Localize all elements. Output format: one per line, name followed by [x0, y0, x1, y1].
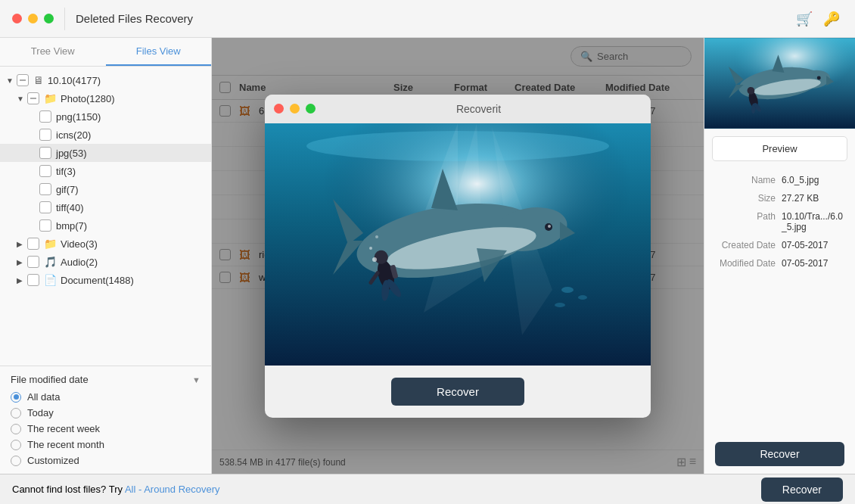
shark-svg: [265, 123, 651, 366]
modal-controls: [274, 104, 316, 114]
tree-checkbox-jpg[interactable]: [39, 147, 51, 159]
modal-window: Recoverit: [265, 95, 651, 418]
info-label-created: Created Date: [715, 240, 776, 250]
svg-point-15: [548, 225, 551, 228]
filter-title-row[interactable]: File modified date ▼: [11, 374, 201, 385]
info-label-path: Path: [715, 211, 776, 222]
filter-recent-week[interactable]: The recent week: [11, 423, 201, 434]
filter-all-data[interactable]: All data: [11, 391, 201, 403]
folder-icon: 📁: [44, 238, 57, 250]
tree-checkbox-gif[interactable]: [39, 183, 51, 195]
expand-arrow: ▼: [17, 95, 27, 103]
key-icon[interactable]: 🔑: [823, 11, 840, 27]
radio-recent-month[interactable]: [11, 440, 21, 450]
tree-item-photo[interactable]: ▼ 📁 Photo(1280): [0, 89, 211, 107]
bottom-bar: Cannot find lost files? Try All - Around…: [0, 474, 855, 504]
modal-minimize-button[interactable]: [290, 104, 300, 114]
tree-item-audio[interactable]: ▶ 🎵 Audio(2): [0, 253, 211, 271]
info-value-name: 6.0_5.jpg: [782, 175, 844, 185]
modal-close-button[interactable]: [274, 104, 284, 114]
modal-recover-button[interactable]: Recover: [391, 378, 524, 406]
tree-checkbox-document[interactable]: [27, 274, 39, 286]
all-around-recovery-link[interactable]: All - Around Recovery: [125, 484, 220, 495]
titlebar-divider: [64, 8, 65, 30]
tree-checkbox-tif[interactable]: [39, 165, 51, 177]
filter-today[interactable]: Today: [11, 407, 201, 418]
expand-arrow: ▼: [6, 76, 17, 85]
music-icon: 🎵: [44, 256, 57, 268]
tree-item-icns[interactable]: icns(20): [0, 126, 211, 144]
preview-btn[interactable]: Preview: [712, 136, 847, 161]
minimize-button[interactable]: [28, 14, 38, 23]
tree-checkbox-tiff[interactable]: [39, 201, 51, 213]
tree-checkbox-photo[interactable]: [27, 92, 39, 104]
main-layout: Tree View Files View ▼ 🖥 10.10(4177) ▼ 📁…: [0, 38, 855, 474]
tree-item-bmp[interactable]: bmp(7): [0, 216, 211, 235]
tree-item-video[interactable]: ▶ 📁 Video(3): [0, 235, 211, 253]
info-row-size: Size 27.27 KB: [715, 193, 844, 204]
tree-checkbox-audio[interactable]: [27, 256, 39, 268]
monitor-icon: 🖥: [33, 74, 44, 86]
tree-checkbox-root[interactable]: [17, 74, 29, 86]
info-label-size: Size: [715, 193, 776, 204]
close-button[interactable]: [12, 14, 22, 23]
svg-point-37: [817, 76, 821, 80]
doc-icon: 📄: [44, 274, 57, 286]
tab-files-view[interactable]: Files View: [106, 38, 212, 66]
sidebar-tabs: Tree View Files View: [0, 38, 211, 67]
tree-item-png[interactable]: png(1150): [0, 107, 211, 126]
modal-overlay[interactable]: Recoverit: [212, 38, 704, 474]
radio-recent-week[interactable]: [11, 424, 21, 434]
svg-point-22: [372, 257, 377, 262]
info-label-modified: Modified Date: [715, 258, 776, 269]
filter-title: File modified date: [11, 374, 89, 385]
titlebar: Deleted Files Recovery 🛒 🔑: [0, 0, 855, 38]
tree-item-tiff[interactable]: tiff(40): [0, 198, 211, 216]
radio-today[interactable]: [11, 408, 21, 418]
sidebar-tree: ▼ 🖥 10.10(4177) ▼ 📁 Photo(1280) png(1150…: [0, 67, 211, 366]
app-title: Deleted Files Recovery: [76, 12, 193, 25]
tree-item-jpg[interactable]: jpg(53): [0, 144, 211, 162]
tree-checkbox-icns[interactable]: [39, 129, 51, 141]
info-value-created: 07-05-2017: [782, 240, 844, 250]
preview-image-area: [704, 38, 855, 129]
sidebar: Tree View Files View ▼ 🖥 10.10(4177) ▼ 📁…: [0, 38, 212, 474]
bottom-hint-area: Cannot find lost files? Try All - Around…: [12, 484, 220, 495]
modal-titlebar: Recoverit: [265, 95, 651, 123]
info-label-name: Name: [715, 175, 776, 185]
titlebar-icons: 🛒 🔑: [796, 11, 840, 27]
filter-section: File modified date ▼ All data Today The …: [0, 366, 211, 474]
filter-recent-month[interactable]: The recent month: [11, 439, 201, 450]
radio-customized[interactable]: [11, 456, 21, 466]
info-value-modified: 07-05-2017: [782, 258, 844, 269]
tab-tree-view[interactable]: Tree View: [0, 38, 106, 66]
radio-all-data[interactable]: [11, 392, 21, 403]
tree-item-document[interactable]: ▶ 📄 Document(1488): [0, 271, 211, 289]
right-panel: Preview Name 6.0_5.jpg Size 27.27 KB Pat…: [704, 38, 855, 474]
modal-maximize-button[interactable]: [306, 104, 316, 114]
cart-icon[interactable]: 🛒: [796, 11, 813, 27]
info-value-size: 27.27 KB: [782, 193, 844, 204]
tree-item-root[interactable]: ▼ 🖥 10.10(4177): [0, 71, 211, 89]
bottom-hint-text: Cannot find lost files? Try: [12, 484, 123, 495]
file-info: Name 6.0_5.jpg Size 27.27 KB Path 10.10/…: [704, 169, 855, 434]
expand-arrow: ▶: [17, 240, 27, 248]
svg-point-27: [555, 303, 565, 307]
tree-item-gif[interactable]: gif(7): [0, 180, 211, 198]
content-area: 🔍 Name Size Format Created Date Modified…: [212, 38, 704, 474]
filter-customized[interactable]: Customized: [11, 455, 201, 466]
filter-options: All data Today The recent week The recen…: [11, 391, 201, 466]
right-panel-recover-button[interactable]: Recover: [715, 442, 844, 466]
bottom-recover-button[interactable]: Recover: [761, 478, 843, 502]
tree-checkbox-bmp[interactable]: [39, 219, 51, 232]
right-panel-recover: Recover: [704, 434, 855, 474]
tree-item-tif[interactable]: tif(3): [0, 162, 211, 180]
info-value-path: 10.10/Tra.../6.0_5.jpg: [782, 211, 844, 232]
tree-checkbox-png[interactable]: [39, 110, 51, 123]
expand-arrow: ▶: [17, 276, 27, 285]
tree-checkbox-video[interactable]: [27, 238, 39, 250]
folder-icon: 📁: [44, 92, 57, 104]
maximize-button[interactable]: [44, 14, 54, 23]
info-row-created: Created Date 07-05-2017: [715, 240, 844, 250]
modal-title: Recoverit: [456, 103, 501, 115]
